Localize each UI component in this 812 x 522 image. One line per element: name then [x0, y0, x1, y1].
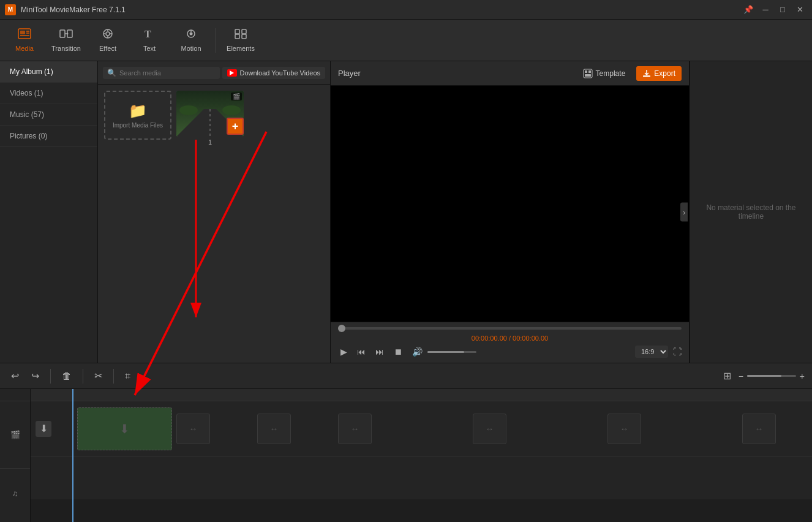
player-header-buttons: Template Export: [577, 66, 682, 81]
template-button[interactable]: Template: [577, 66, 632, 81]
player-panel: Player Template Export 00:00:00.00 / 00:…: [331, 61, 690, 363]
media-thumb-1[interactable]: 🎬 + 1: [176, 91, 244, 146]
svg-rect-32: [588, 70, 591, 73]
elements-icon: [234, 28, 247, 42]
right-panel: › No material selected on the timeline: [690, 61, 812, 363]
youtube-download-button[interactable]: Download YouTube Videos: [222, 67, 326, 79]
media-toolbar: 🔍 Download YouTube Videos: [98, 61, 330, 85]
stop-button[interactable]: ⏹: [391, 346, 405, 358]
crop-button[interactable]: ⌗: [121, 368, 134, 384]
skip-back-button[interactable]: ⏮: [355, 346, 368, 358]
search-box[interactable]: 🔍: [103, 67, 220, 79]
media-icon: [18, 28, 31, 42]
youtube-icon: [227, 69, 237, 77]
svg-point-27: [222, 105, 241, 115]
import-media-tile[interactable]: 📁 Import Media Files: [104, 91, 171, 140]
sidebar-item-my-album[interactable]: My Album (1): [0, 61, 97, 83]
toolbar-transition-label: Transition: [51, 45, 81, 52]
timeline-toolbar-sep-1: [50, 369, 51, 384]
toolbar-sep-1: [216, 28, 216, 53]
drop-icon: ⬇: [119, 422, 130, 436]
add-to-track-button[interactable]: ⬇: [36, 421, 51, 437]
right-panel-toggle[interactable]: ›: [680, 203, 688, 222]
video-type-icon: 🎬: [231, 93, 242, 100]
transition-slot-3[interactable]: ↔: [338, 414, 372, 444]
sidebar-item-pictures[interactable]: Pictures (0): [0, 126, 97, 147]
zoom-slider-track[interactable]: [747, 375, 796, 377]
transition-slot-6[interactable]: ↔: [742, 414, 776, 444]
audio-track-icon: ♫: [12, 489, 18, 498]
player-header: Player Template Export: [331, 61, 689, 86]
main-toolbar: Media Transition Effect T Text Motion El…: [0, 20, 812, 61]
svg-rect-34: [643, 75, 650, 77]
toolbar-motion[interactable]: Motion: [171, 23, 211, 58]
svg-rect-1: [20, 31, 25, 34]
svg-rect-21: [235, 34, 239, 39]
transition-icon: [59, 28, 73, 42]
no-material-text: No material selected on the timeline: [690, 191, 812, 233]
cut-button[interactable]: ✂: [91, 368, 106, 384]
toolbar-effect[interactable]: Effect: [88, 23, 127, 58]
clip-number: 1: [176, 138, 244, 146]
timeline-ruler: [31, 389, 812, 401]
zoom-out-button[interactable]: −: [739, 371, 743, 381]
playback-controls: ▶ ⏮ ⏭ ⏹ 🔊 16:9 9:16 4:3 1:1 ⛶: [338, 346, 682, 358]
transition-slot-4[interactable]: ↔: [473, 414, 506, 444]
svg-point-10: [106, 32, 110, 36]
transition-slot-2[interactable]: ↔: [257, 414, 291, 444]
timeline-toolbar-sep-2: [83, 369, 83, 384]
sidebar-item-music[interactable]: Music (57): [0, 104, 97, 126]
toolbar-elements[interactable]: Elements: [221, 23, 260, 58]
export-button[interactable]: Export: [636, 66, 682, 81]
close-button[interactable]: ✕: [792, 4, 807, 16]
sidebar-item-videos[interactable]: Videos (1): [0, 83, 97, 104]
skip-forward-button[interactable]: ⏭: [373, 346, 386, 358]
aspect-ratio-select[interactable]: 16:9 9:16 4:3 1:1: [635, 346, 668, 358]
svg-text:T: T: [145, 29, 151, 39]
svg-rect-20: [242, 29, 246, 34]
audio-track-row: [31, 456, 812, 499]
volume-icon[interactable]: 🔊: [410, 346, 425, 358]
fullscreen-button[interactable]: ⛶: [673, 347, 682, 357]
transition-slot-1[interactable]: ↔: [176, 414, 210, 444]
transition-slot-5[interactable]: ↔: [607, 414, 641, 444]
volume-track[interactable]: [427, 351, 476, 353]
folder-icon: 📁: [129, 102, 147, 119]
audio-track-label: ♫: [0, 469, 30, 518]
toolbar-text-label: Text: [143, 45, 156, 52]
timeline-body: 🎬 ♫ ⬇ ⬇ ↔: [0, 389, 812, 522]
toolbar-text[interactable]: T Text: [130, 23, 169, 58]
window-controls: 📌 ─ □ ✕: [741, 4, 807, 16]
svg-rect-33: [585, 74, 591, 77]
svg-rect-31: [585, 70, 587, 73]
delete-button[interactable]: 🗑: [58, 368, 75, 384]
timeline-icon: ⊞: [720, 368, 735, 384]
pin-button[interactable]: 📌: [741, 4, 756, 16]
svg-point-26: [179, 105, 198, 115]
zoom-in-button[interactable]: +: [800, 371, 805, 381]
playhead[interactable]: [72, 389, 73, 522]
zoom-controls: ⊞ − +: [720, 368, 805, 384]
play-button[interactable]: ▶: [338, 346, 350, 358]
undo-button[interactable]: ↩: [7, 368, 23, 384]
add-to-timeline-button[interactable]: +: [227, 118, 244, 135]
toolbar-media-label: Media: [15, 45, 34, 52]
toolbar-media[interactable]: Media: [5, 23, 44, 58]
progress-bar[interactable]: [338, 327, 682, 330]
zoom-slider-fill: [747, 375, 781, 377]
minimize-button[interactable]: ─: [758, 4, 773, 16]
timeline: ↩ ↪ 🗑 ✂ ⌗ ⊞ − + 🎬 ♫: [0, 363, 812, 522]
maximize-button[interactable]: □: [775, 4, 790, 16]
left-sidebar: My Album (1) Videos (1) Music (57) Pictu…: [0, 61, 98, 363]
toolbar-transition[interactable]: Transition: [47, 23, 86, 58]
video-track-label: 🎬: [0, 401, 30, 469]
video-clip-1[interactable]: ⬇: [77, 407, 172, 450]
search-input[interactable]: [119, 69, 216, 77]
text-icon: T: [143, 28, 156, 42]
toolbar-elements-label: Elements: [227, 45, 255, 52]
redo-button[interactable]: ↪: [28, 368, 43, 384]
progress-indicator: [338, 325, 345, 332]
volume-slider: 🔊: [410, 346, 476, 358]
track-labels: 🎬 ♫: [0, 389, 31, 522]
media-grid: 📁 Import Media Files: [98, 85, 330, 363]
